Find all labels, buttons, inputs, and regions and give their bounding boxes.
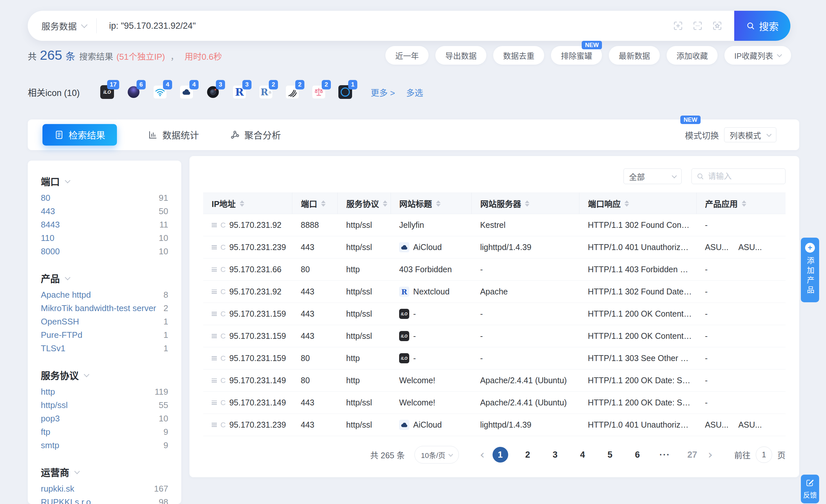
goto-page-input[interactable]: 1 [756, 447, 772, 463]
detail-icon[interactable] [212, 378, 217, 383]
filter-link[interactable]: http/ssl [41, 400, 68, 410]
page-number[interactable]: 4 [575, 447, 591, 462]
detail-icon[interactable] [212, 223, 217, 227]
response-cell[interactable]: HTTP/1.1 200 OK Content-Ty... [579, 303, 696, 325]
filter-link[interactable]: RUPKKI s.r.o. [41, 497, 93, 504]
search-category-dropdown[interactable]: 服务数据 [42, 19, 86, 32]
column-header[interactable]: IP地址 [203, 193, 292, 214]
response-cell[interactable]: HTTP/1.1 403 Forbidden Cont... [579, 258, 696, 281]
site-title[interactable]: Nextcloud [413, 287, 450, 296]
copy-icon[interactable]: C [221, 355, 226, 362]
target-dark-icon[interactable]: 1 [338, 85, 352, 99]
filter-link[interactable]: Apache httpd [41, 290, 91, 300]
ip-address[interactable]: 95.170.231.92 [229, 287, 282, 296]
ip-address[interactable]: 95.170.231.159 [229, 331, 286, 341]
site-title[interactable]: AiCloud [413, 420, 442, 430]
r-blue-icon[interactable]: R3 [232, 85, 247, 99]
site-title[interactable]: - [413, 309, 416, 319]
column-header[interactable]: 端口响应 [579, 193, 696, 214]
ip-address[interactable]: 95.170.231.66 [229, 265, 282, 274]
cloud-icon[interactable]: 4 [179, 85, 194, 99]
site-title[interactable]: 403 Forbidden [399, 265, 452, 274]
pagination-ellipsis[interactable]: ··· [657, 447, 673, 462]
page-number[interactable]: 5 [602, 447, 618, 462]
site-title[interactable]: - [413, 331, 416, 341]
sidebar-section-header[interactable]: 端口 [41, 176, 168, 187]
column-header[interactable]: 网站服务器 [472, 193, 579, 214]
table-row[interactable]: C95.170.231.239443http/sslAiCloudlighttp… [203, 414, 785, 436]
table-row[interactable]: C95.170.231.159443http/ssliLO--HTTP/1.1 … [203, 325, 785, 347]
filter-link[interactable]: http [41, 387, 55, 397]
add-product-button[interactable]: + 添加产品 [801, 238, 819, 302]
detail-icon[interactable] [212, 356, 217, 360]
filter-link[interactable]: TLSv1 [41, 343, 65, 354]
product-tag[interactable]: - [705, 331, 707, 340]
action-button[interactable]: 近一年 [386, 46, 428, 65]
detail-icon[interactable] [212, 334, 217, 338]
sort-carets-icon[interactable] [625, 200, 629, 207]
site-title[interactable]: AiCloud [413, 243, 442, 252]
table-row[interactable]: C95.170.231.14980httpWelcome!Apache/2.4.… [203, 370, 785, 392]
product-tag[interactable]: - [705, 376, 707, 385]
site-title[interactable]: Jellyfin [399, 220, 424, 230]
page-number[interactable]: 2 [520, 447, 536, 462]
response-cell[interactable]: HTTP/1.0 401 Unauthorized ... [579, 414, 696, 436]
wifi-icon[interactable]: 4 [153, 85, 167, 99]
action-button[interactable]: 最新数据 [609, 46, 660, 65]
page-size-select[interactable]: 10条/页 [414, 446, 459, 463]
product-tag[interactable]: - [705, 309, 707, 318]
table-row[interactable]: C95.170.231.6680http403 Forbidden-HTTP/1… [203, 258, 785, 281]
filter-link[interactable]: MikroTik bandwidth-test server [41, 303, 156, 313]
copy-icon[interactable]: C [221, 266, 226, 273]
page-number[interactable]: 6 [630, 447, 645, 462]
prev-page-arrow[interactable]: ‹ [480, 449, 484, 460]
product-tag[interactable]: - [705, 220, 707, 230]
filter-link[interactable]: OpenSSH [41, 317, 79, 327]
waves-icon[interactable]: 2 [285, 85, 299, 99]
detail-icon[interactable] [212, 245, 217, 249]
response-cell[interactable]: HTTP/1.1 200 OK Date: Sun, 1... [579, 392, 696, 414]
column-header[interactable]: 端口 [292, 193, 338, 214]
product-tag[interactable]: - [705, 265, 707, 274]
copy-icon[interactable]: C [221, 288, 226, 296]
ip-address[interactable]: 95.170.231.159 [229, 354, 286, 363]
table-row[interactable]: C95.170.231.92443http/sslRNextcloudApach… [203, 281, 785, 303]
detail-icon[interactable] [212, 290, 217, 294]
sidebar-section-header[interactable]: 产品 [41, 272, 168, 284]
action-button[interactable]: 添加收藏 [667, 46, 718, 65]
sidebar-section-header[interactable]: 服务协议 [41, 370, 168, 381]
frame-face-icon[interactable] [693, 20, 703, 31]
filter-link[interactable]: 8000 [41, 246, 60, 257]
tab-search-results[interactable]: 检索结果 [43, 124, 117, 145]
column-header[interactable]: 服务协议 [338, 193, 391, 214]
copy-icon[interactable]: C [221, 333, 226, 340]
response-cell[interactable]: HTTP/1.1 302 Found Date: Su... [579, 281, 696, 303]
copy-icon[interactable]: C [221, 422, 226, 429]
copy-icon[interactable]: C [221, 310, 226, 318]
next-page-arrow[interactable]: › [708, 449, 713, 460]
sort-carets-icon[interactable] [525, 200, 529, 207]
filter-link[interactable]: ftp [41, 427, 50, 437]
site-title[interactable]: Welcome! [399, 376, 435, 385]
response-cell[interactable]: HTTP/1.0 401 Unauthorized ... [579, 236, 696, 258]
table-row[interactable]: C95.170.231.15980httpiLO--HTTP/1.1 303 S… [203, 347, 785, 370]
table-row[interactable]: C95.170.231.159443http/ssliLO--HTTP/1.1 … [203, 303, 785, 325]
frame-star-icon[interactable] [712, 20, 722, 31]
ip-address[interactable]: 95.170.231.159 [229, 309, 286, 319]
multi-select-link[interactable]: 多选 [406, 86, 423, 98]
sort-carets-icon[interactable] [436, 200, 440, 207]
copy-icon[interactable]: C [221, 399, 226, 406]
column-filter-select[interactable]: 全部 [624, 169, 682, 184]
page-number[interactable]: 1 [492, 447, 508, 462]
filter-link[interactable]: 110 [41, 233, 54, 243]
sort-carets-icon[interactable] [383, 200, 388, 207]
sidebar-section-header[interactable]: 运营商 [41, 466, 168, 478]
action-button[interactable]: IP收藏列表 [724, 46, 791, 65]
product-tag[interactable]: - [705, 287, 707, 296]
response-cell[interactable]: HTTP/1.1 200 OK Date: Sun, 1... [579, 370, 696, 392]
copy-icon[interactable]: C [221, 222, 226, 229]
column-header[interactable]: 产品应用 [696, 193, 785, 214]
copy-icon[interactable]: C [221, 377, 226, 384]
tab-data-statistics[interactable]: 数据统计 [148, 128, 199, 141]
filter-link[interactable]: rupkki.sk [41, 484, 74, 494]
